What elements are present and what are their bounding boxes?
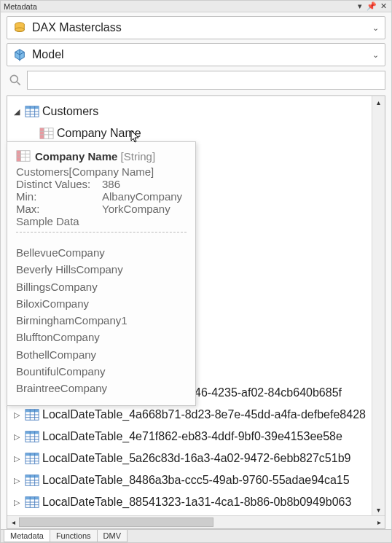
tree-label: Customers: [42, 105, 98, 118]
tree-label: LocalDateTable_88541323-1a31-4ca1-8b86-0…: [42, 496, 351, 509]
scroll-track[interactable]: [19, 516, 373, 528]
collapse-icon[interactable]: ◢: [12, 107, 22, 117]
sample-value: BothellCompany: [16, 346, 187, 363]
scroll-thumb[interactable]: [19, 517, 213, 527]
search-input[interactable]: [27, 71, 385, 90]
tree-table-row[interactable]: ▷LocalDateTable_4a668b71-8d23-8e7e-45dd-…: [12, 404, 385, 426]
expand-icon[interactable]: ▷: [12, 454, 22, 464]
sample-value: BraintreeCompany: [16, 380, 187, 396]
tree-label: Company Name: [57, 127, 141, 140]
tree-table-row[interactable]: ▷LocalDateTable_5a26c83d-16a3-4a02-9472-…: [12, 448, 385, 469]
svg-rect-59: [17, 151, 20, 162]
bottom-tabs: Metadata Functions DMV: [1, 529, 391, 542]
table-icon: [25, 408, 39, 421]
scroll-down-button[interactable]: ▾: [373, 504, 385, 515]
table-icon: [25, 496, 39, 509]
max-value: YorkCompany: [102, 203, 170, 215]
tab-dmv[interactable]: DMV: [97, 530, 128, 542]
svg-point-2: [10, 75, 17, 82]
dropdown-arrow-icon[interactable]: ▾: [355, 1, 365, 11]
svg-rect-41: [26, 475, 39, 478]
close-icon[interactable]: ✕: [378, 1, 388, 11]
sample-label: Sample Data: [16, 215, 187, 227]
tab-metadata[interactable]: Metadata: [4, 530, 50, 542]
vertical-scrollbar[interactable]: ▴ ▾: [372, 96, 385, 515]
sample-value: Beverly HillsCompany: [16, 261, 187, 278]
expand-icon[interactable]: ▷: [12, 476, 22, 485]
tooltip-path: Customers[Company Name]: [16, 165, 187, 178]
panel-window-controls: ▾ 📌 ✕: [355, 1, 388, 11]
model-selector[interactable]: Model ⌄: [7, 43, 385, 66]
tree-label: LocalDateTable_8486a3ba-ccc5-49ab-9760-5…: [42, 474, 350, 487]
chevron-down-icon: ⌄: [372, 23, 379, 33]
scroll-left-button[interactable]: ◂: [7, 517, 19, 528]
scroll-track[interactable]: [372, 108, 385, 504]
model-label: Model: [32, 48, 64, 61]
table-icon: [25, 474, 39, 487]
scroll-right-button[interactable]: ▸: [373, 517, 385, 528]
max-label: Max:: [16, 203, 96, 215]
database-selector[interactable]: DAX Masterclass ⌄: [7, 16, 385, 39]
cube-icon: [13, 48, 26, 61]
svg-rect-23: [26, 410, 39, 413]
sample-value: BirminghamCompany1: [16, 312, 187, 329]
database-label: DAX Masterclass: [32, 21, 122, 34]
svg-line-3: [17, 82, 20, 85]
table-icon: [25, 430, 39, 443]
tree-label: LocalDateTable_4a668b71-8d23-8e7e-45dd-a…: [42, 408, 366, 421]
min-label: Min:: [16, 190, 96, 203]
sample-list: BellevueCompanyBeverly HillsCompanyBilli…: [16, 244, 187, 396]
tree-label: LocalDateTable_4e71f862-eb83-4ddf-9bf0-3…: [42, 430, 342, 443]
scroll-up-button[interactable]: ▴: [373, 96, 385, 108]
sample-value: BlufftonCompany: [16, 329, 187, 345]
svg-rect-5: [26, 106, 39, 109]
column-tooltip: Company Name [String] Customers[Company …: [7, 141, 196, 406]
database-icon: [13, 21, 26, 34]
svg-rect-47: [26, 497, 39, 500]
svg-rect-11: [40, 128, 44, 139]
sample-value: BellevueCompany: [16, 244, 187, 261]
column-icon: [16, 149, 31, 163]
panel-title: Metadata: [4, 2, 37, 11]
tree-table-row[interactable]: ▷LocalDateTable_4e71f862-eb83-4ddf-9bf0-…: [12, 426, 385, 448]
column-icon: [39, 127, 54, 140]
svg-rect-35: [26, 453, 39, 456]
expand-icon[interactable]: ▷: [12, 498, 22, 507]
min-value: AlbanyCompany: [102, 190, 182, 203]
table-icon: [25, 105, 39, 118]
search-icon[interactable]: [7, 71, 24, 89]
tree-table-row[interactable]: ▷LocalDateTable_88541323-1a31-4ca1-8b86-…: [12, 491, 385, 513]
panel-title-bar: Metadata ▾ 📌 ✕: [1, 1, 391, 12]
distinct-value: 386: [102, 178, 120, 190]
tooltip-column-name: Company Name: [35, 150, 117, 163]
tooltip-type: [String]: [121, 150, 156, 163]
pin-icon[interactable]: 📌: [366, 1, 377, 11]
svg-rect-29: [26, 431, 39, 434]
search-row: [7, 71, 385, 90]
tree-table-customers[interactable]: ◢ Customers: [12, 101, 385, 122]
horizontal-scrollbar[interactable]: ◂ ▸: [7, 515, 385, 528]
distinct-label: Distinct Values:: [16, 178, 96, 190]
sample-value: BiloxiCompany: [16, 295, 187, 312]
chevron-down-icon: ⌄: [372, 50, 379, 60]
tree-label: LocalDateTable_5a26c83d-16a3-4a02-9472-6…: [42, 452, 350, 465]
tab-functions[interactable]: Functions: [50, 530, 98, 542]
sample-value: BountifulCompany: [16, 363, 187, 380]
expand-icon[interactable]: ▷: [12, 410, 22, 420]
expand-icon[interactable]: ▷: [12, 432, 22, 442]
sample-value: BillingsCompany: [16, 278, 187, 295]
tree-table-row[interactable]: ▷LocalDateTable_8486a3ba-ccc5-49ab-9760-…: [12, 469, 385, 491]
table-icon: [25, 452, 39, 465]
